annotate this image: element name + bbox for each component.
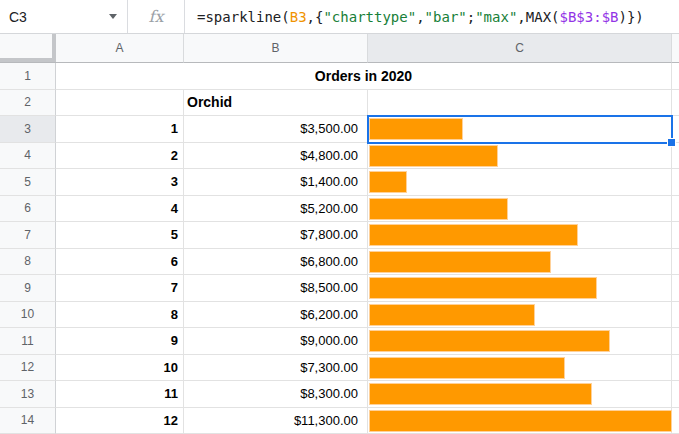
grid-body: 1 Orders in 2020 2 Orchid 3 1 $3,500.00 … xyxy=(0,63,679,434)
cell-c-sparkline[interactable] xyxy=(368,275,672,302)
row-header[interactable]: 5 xyxy=(0,169,56,196)
cell-a[interactable]: 6 xyxy=(56,249,184,276)
cell-b[interactable]: $9,000.00 xyxy=(184,328,368,355)
row-header[interactable]: 1 xyxy=(0,63,56,90)
cell-d-sliver[interactable] xyxy=(672,63,679,90)
cell-b-orchid[interactable]: Orchid xyxy=(184,90,368,117)
column-header-a[interactable]: A xyxy=(56,34,184,63)
cell-d-sliver[interactable] xyxy=(672,222,679,249)
row-header[interactable]: 11 xyxy=(0,328,56,355)
row-header[interactable]: 8 xyxy=(0,249,56,276)
cell-d-sliver[interactable] xyxy=(672,328,679,355)
spreadsheet-app: C3 fx =sparkline(B3,{"charttype","bar";"… xyxy=(0,0,679,434)
cell-b[interactable]: $8,500.00 xyxy=(184,275,368,302)
fill-handle[interactable] xyxy=(668,139,675,146)
cell-reference: C3 xyxy=(9,9,27,25)
row-header[interactable]: 6 xyxy=(0,196,56,223)
cell-c-sparkline[interactable] xyxy=(368,249,672,276)
row-header[interactable]: 10 xyxy=(0,302,56,329)
cell-d-sliver[interactable] xyxy=(672,143,679,170)
select-all-corner[interactable] xyxy=(0,34,56,63)
cell-b[interactable]: $5,200.00 xyxy=(184,196,368,223)
cell-b[interactable]: $4,800.00 xyxy=(184,143,368,170)
cell-b[interactable]: $7,800.00 xyxy=(184,222,368,249)
formula-text[interactable]: =sparkline(B3,{"charttype","bar";"max",M… xyxy=(185,0,679,33)
cell-c-sparkline[interactable] xyxy=(368,381,672,408)
sparkline-bar xyxy=(369,224,578,246)
row-header[interactable]: 14 xyxy=(0,408,56,434)
cell-d-sliver[interactable] xyxy=(672,355,679,382)
cell-c-sparkline[interactable] xyxy=(368,169,672,196)
column-header-b[interactable]: B xyxy=(184,34,368,63)
cell-c-sparkline[interactable] xyxy=(368,355,672,382)
cell-c-sparkline[interactable] xyxy=(368,116,672,143)
sheet-row: 10 8 $6,200.00 xyxy=(0,302,679,329)
sparkline-bar xyxy=(369,410,672,432)
cell-b[interactable]: $3,500.00 xyxy=(184,116,368,143)
cell-d-sliver[interactable] xyxy=(672,90,679,117)
formula-token: $B$3:$B xyxy=(560,9,619,25)
sheet-row: 14 12 $11,300.00 xyxy=(0,408,679,434)
cell-b[interactable]: $11,300.00 xyxy=(184,408,368,434)
cell-b[interactable]: $7,300.00 xyxy=(184,355,368,382)
cell-name-box[interactable]: C3 xyxy=(0,0,127,33)
formula-token: =sparkline( xyxy=(197,9,290,25)
formula-token: B3 xyxy=(290,9,307,25)
cell-d-sliver[interactable] xyxy=(672,249,679,276)
cell-d-sliver[interactable] xyxy=(672,381,679,408)
cell-a[interactable]: 4 xyxy=(56,196,184,223)
cell-b[interactable]: $1,400.00 xyxy=(184,169,368,196)
sheet-row: 13 11 $8,300.00 xyxy=(0,381,679,408)
cell-c-sparkline[interactable] xyxy=(368,408,672,434)
formula-token: )}) xyxy=(619,9,644,25)
cell-b[interactable]: $8,300.00 xyxy=(184,381,368,408)
sheet-row: 9 7 $8,500.00 xyxy=(0,275,679,302)
sparkline-bar xyxy=(369,383,592,405)
merged-title-cell[interactable]: Orders in 2020 xyxy=(56,63,672,90)
row-header[interactable]: 3 xyxy=(0,116,56,143)
cell-d-sliver[interactable] xyxy=(672,408,679,434)
cell-a[interactable]: 9 xyxy=(56,328,184,355)
cell-c-sparkline[interactable] xyxy=(368,196,672,223)
row-header[interactable]: 4 xyxy=(0,143,56,170)
sparkline-bar xyxy=(369,304,535,326)
sheet-row: 3 1 $3,500.00 xyxy=(0,116,679,143)
row-header[interactable]: 2 xyxy=(0,90,56,117)
cell-d-sliver[interactable] xyxy=(672,196,679,223)
cell-a[interactable]: 8 xyxy=(56,302,184,329)
sparkline-bar xyxy=(369,277,597,299)
cell-d-sliver[interactable] xyxy=(672,302,679,329)
cell-d-sliver[interactable] xyxy=(672,169,679,196)
formula-token: ,MAX( xyxy=(517,9,559,25)
cell-a[interactable]: 2 xyxy=(56,143,184,170)
cell-c-sparkline[interactable] xyxy=(368,302,672,329)
sparkline-bar xyxy=(369,251,551,273)
cell-a[interactable]: 7 xyxy=(56,275,184,302)
sparkline-bar xyxy=(369,357,565,379)
cell-a[interactable]: 10 xyxy=(56,355,184,382)
fx-icon: fx xyxy=(128,0,184,33)
cell-c-sparkline[interactable] xyxy=(368,222,672,249)
cell-b[interactable]: $6,200.00 xyxy=(184,302,368,329)
formula-token: ; xyxy=(467,9,475,25)
cell-c-sparkline[interactable] xyxy=(368,143,672,170)
sheet-row: 8 6 $6,800.00 xyxy=(0,249,679,276)
cell-a[interactable]: 5 xyxy=(56,222,184,249)
row-header[interactable]: 13 xyxy=(0,381,56,408)
cell-a[interactable]: 3 xyxy=(56,169,184,196)
cell-a[interactable] xyxy=(56,90,184,117)
column-header-c[interactable]: C xyxy=(368,34,672,63)
row-header[interactable]: 12 xyxy=(0,355,56,382)
cell-c[interactable] xyxy=(368,90,672,117)
cell-d-sliver[interactable] xyxy=(672,275,679,302)
sparkline-bar xyxy=(369,330,610,352)
cell-b[interactable]: $6,800.00 xyxy=(184,249,368,276)
name-box-dropdown-icon[interactable] xyxy=(109,14,117,19)
column-header-sliver[interactable] xyxy=(672,34,679,63)
cell-a[interactable]: 11 xyxy=(56,381,184,408)
row-header[interactable]: 9 xyxy=(0,275,56,302)
cell-c-sparkline[interactable] xyxy=(368,328,672,355)
cell-a[interactable]: 1 xyxy=(56,116,184,143)
cell-a[interactable]: 12 xyxy=(56,408,184,434)
row-header[interactable]: 7 xyxy=(0,222,56,249)
